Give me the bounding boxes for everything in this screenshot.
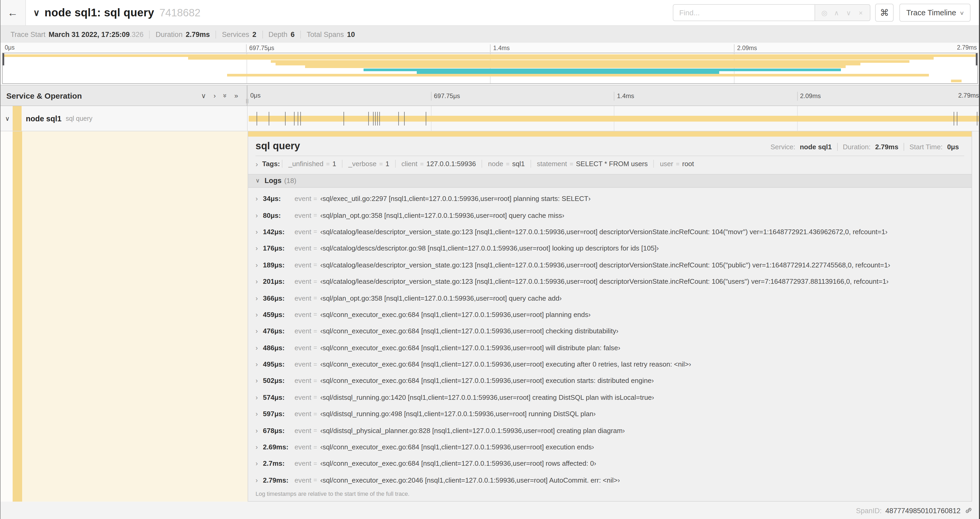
find-clear-icon[interactable]: × [854, 5, 867, 21]
view-selector-button[interactable]: Trace Timeline ∨ [899, 4, 970, 22]
log-row[interactable]: › 495μs: event = ‹sql/conn_executor_exec… [256, 356, 964, 373]
log-equals: = [313, 211, 317, 219]
span-row-name-cell[interactable]: ∨ node sql1 sql query [0, 106, 248, 131]
chevron-down-icon[interactable]: ∨ [33, 7, 40, 18]
log-row[interactable]: › 459μs: event = ‹sql/conn_executor_exec… [256, 306, 964, 323]
log-row[interactable]: › 2.79ms: event = ‹sql/conn_executor_exe… [256, 472, 964, 489]
trace-title-group[interactable]: ∨ node sql1: sql query 7418682 [33, 6, 673, 19]
log-value: ‹sql/conn_executor_exec.go:684 [nsql1,cl… [320, 327, 619, 335]
trace-summary-item: Total Spans 10 [300, 30, 361, 38]
log-equals: = [313, 195, 317, 202]
chevron-right-icon[interactable]: › [256, 460, 263, 468]
log-field-name: event [294, 410, 312, 418]
log-row[interactable]: › 597μs: event = ‹sql/distsql_running.go… [256, 406, 964, 422]
log-row[interactable]: › 678μs: event = ‹sql/distsql_physical_p… [256, 422, 964, 439]
logs-header[interactable]: ∨ Logs (18) [248, 174, 972, 188]
tag-key: _verbose [348, 160, 377, 168]
span-duration-bar[interactable] [249, 115, 979, 121]
collapse-one-icon[interactable]: ∨ [201, 92, 206, 99]
log-equals: = [313, 361, 317, 368]
chevron-right-icon[interactable]: › [256, 360, 263, 368]
chevron-right-icon[interactable]: › [256, 443, 263, 451]
tag-equals: = [570, 161, 573, 168]
trace-summary-item: Services 2 [216, 30, 262, 38]
chevron-right-icon[interactable]: › [256, 311, 263, 319]
summary-label: Services [222, 30, 250, 38]
log-row[interactable]: › 574μs: event = ‹sql/distsql_running.go… [256, 389, 964, 406]
top-controls: ◎ ∧ ∨ × ⌘ Trace Timeline ∨ [673, 4, 970, 22]
minimap-canvas[interactable] [2, 53, 978, 84]
log-marker-tick [977, 112, 978, 125]
expand-one-icon[interactable]: › [213, 92, 216, 99]
log-value: ‹sql/conn_executor_exec.go:684 [nsql1,cl… [320, 360, 691, 368]
log-marker-tick [373, 112, 373, 125]
log-equals: = [313, 278, 317, 285]
collapse-all-icon[interactable]: » [221, 94, 228, 97]
tags-row[interactable]: › Tags: _unfinished = 1 _verbose = 1 [256, 156, 964, 172]
find-input[interactable] [673, 4, 815, 21]
log-field-name: event [294, 244, 312, 252]
log-row[interactable]: › 176μs: event = ‹sql/catalog/descs/desc… [256, 240, 964, 257]
chevron-down-icon[interactable]: ∨ [3, 115, 11, 122]
chevron-right-icon[interactable]: › [256, 294, 263, 302]
log-row[interactable]: › 189μs: event = ‹sql/catalog/lease/desc… [256, 257, 964, 273]
chevron-right-icon[interactable]: › [256, 228, 263, 236]
find-buttons: ◎ ∧ ∨ × [815, 4, 870, 21]
minimap-left-scrubber[interactable] [3, 53, 4, 65]
locate-icon[interactable]: ◎ [818, 5, 830, 21]
log-row[interactable]: › 2.7ms: event = ‹sql/conn_executor_exec… [256, 455, 964, 472]
log-equals: = [313, 460, 317, 467]
log-equals: = [313, 394, 317, 401]
time-tick-label: 697.75μs [431, 92, 460, 101]
log-row[interactable]: › 502μs: event = ‹sql/conn_executor_exec… [256, 373, 964, 389]
log-equals: = [313, 245, 317, 252]
time-tick-label: 1.4ms [490, 44, 510, 52]
chevron-right-icon[interactable]: › [256, 476, 263, 484]
logs-count: (18) [284, 177, 296, 185]
chevron-right-icon[interactable]: › [256, 327, 263, 335]
chevron-down-icon[interactable]: ∨ [256, 177, 260, 184]
find-next-icon[interactable]: ∨ [843, 5, 854, 21]
tag-value: 1 [385, 160, 389, 168]
chevron-down-icon: ∨ [959, 10, 964, 16]
page-title: node sql1: sql query [45, 6, 154, 19]
back-button[interactable]: ← [0, 0, 26, 25]
chevron-right-icon[interactable]: › [256, 343, 263, 351]
log-row[interactable]: › 80μs: event = ‹sql/plan_opt.go:358 [ns… [256, 207, 964, 224]
chevron-right-icon[interactable]: › [256, 393, 263, 401]
log-field-name: event [294, 393, 312, 401]
tag-key: client [401, 160, 418, 168]
deep-link-icon[interactable] [964, 506, 972, 514]
log-row[interactable]: › 2.69ms: event = ‹sql/conn_executor_exe… [256, 439, 964, 455]
chevron-right-icon[interactable]: › [256, 278, 263, 285]
chevron-right-icon[interactable]: › [256, 410, 263, 418]
log-row[interactable]: › 486μs: event = ‹sql/conn_executor_exec… [256, 339, 964, 356]
span-bar-track[interactable] [248, 106, 980, 131]
log-row[interactable]: › 201μs: event = ‹sql/catalog/lease/desc… [256, 273, 964, 290]
service-operation-title: Service & Operation [6, 91, 201, 100]
log-marker-tick [300, 112, 301, 125]
minimap-right-scrubber[interactable] [976, 53, 977, 65]
time-tick-label: 0μs [2, 44, 15, 51]
chevron-right-icon[interactable]: › [256, 377, 263, 385]
detail-meta-item: Start Time: 0μs [904, 143, 964, 151]
expand-all-icon[interactable]: » [234, 92, 238, 99]
log-row[interactable]: › 366μs: event = ‹sql/plan_opt.go:358 [n… [256, 290, 964, 307]
chevron-right-icon[interactable]: › [256, 211, 263, 219]
log-row[interactable]: › 34μs: event = ‹sql/exec_util.go:2297 [… [256, 190, 964, 207]
log-field-name: event [294, 443, 312, 451]
chevron-right-icon[interactable]: › [256, 244, 263, 252]
minimap-span-bar [951, 79, 962, 82]
chevron-right-icon[interactable]: › [256, 195, 263, 203]
log-row[interactable]: › 142μs: event = ‹sql/catalog/lease/desc… [256, 224, 964, 240]
chevron-right-icon[interactable]: › [256, 261, 263, 269]
chevron-right-icon[interactable]: › [256, 426, 263, 434]
log-field-name: event [294, 278, 312, 285]
log-field-name: event [294, 294, 312, 302]
chevron-right-icon[interactable]: › [256, 160, 258, 168]
log-equals: = [313, 410, 317, 417]
find-prev-icon[interactable]: ∧ [830, 5, 843, 21]
log-marker-tick [269, 112, 269, 125]
keyboard-shortcuts-button[interactable]: ⌘ [875, 4, 894, 22]
log-row[interactable]: › 476μs: event = ‹sql/conn_executor_exec… [256, 323, 964, 339]
